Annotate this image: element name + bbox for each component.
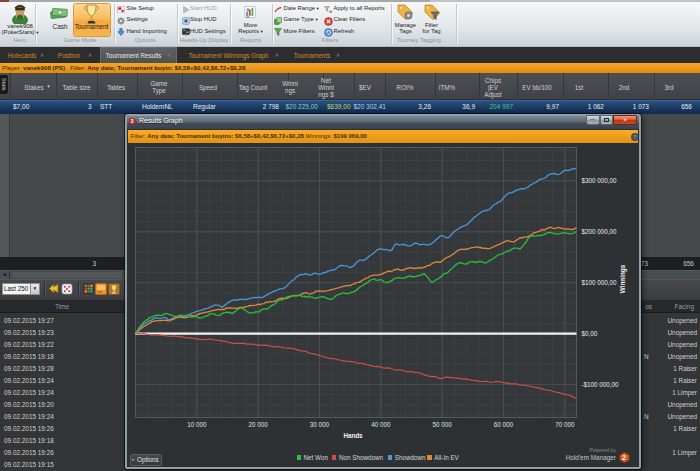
svg-text:2: 2 — [622, 453, 626, 462]
